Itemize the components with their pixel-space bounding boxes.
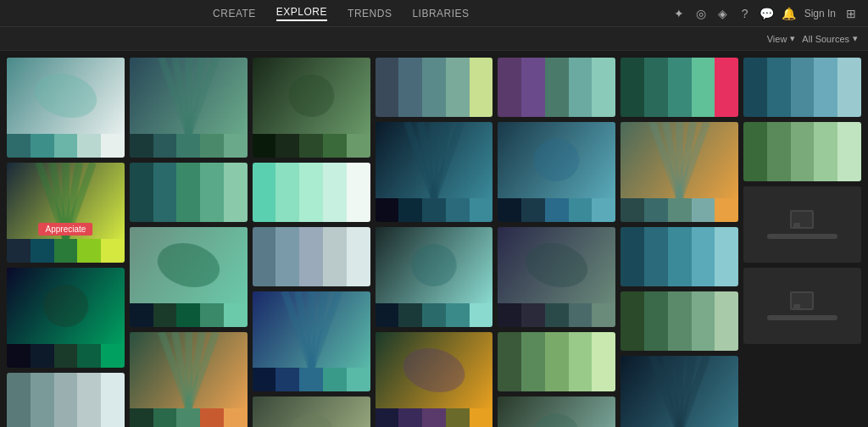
card-23[interactable] <box>498 396 615 427</box>
card-14[interactable] <box>376 58 493 117</box>
card-image <box>253 291 370 368</box>
card-palette <box>7 373 125 427</box>
card-palette <box>253 134 370 158</box>
card-palette <box>130 163 248 222</box>
help-icon[interactable]: ? <box>738 7 752 20</box>
download-icon[interactable]: ⬇ <box>68 169 88 190</box>
card-image <box>376 227 493 303</box>
card-1[interactable] <box>7 58 125 158</box>
card-8[interactable] <box>130 332 248 427</box>
nav-explore[interactable]: EXPLORE <box>276 6 327 21</box>
card-palette <box>7 239 125 263</box>
card-19[interactable] <box>498 58 615 117</box>
card-25[interactable] <box>620 122 738 222</box>
card-9[interactable] <box>253 58 370 158</box>
share-icon[interactable]: ⬆ <box>17 169 37 190</box>
card-image <box>7 58 125 134</box>
card-image <box>620 122 738 198</box>
nav-libraries[interactable]: LIBRARIES <box>412 8 469 19</box>
source-filter[interactable]: All Sources ▾ <box>802 33 858 44</box>
like-icon[interactable]: ♥ <box>42 169 63 190</box>
card-28[interactable] <box>620 356 738 427</box>
card-palette <box>130 134 248 158</box>
card-5[interactable] <box>130 58 248 158</box>
bell-icon[interactable]: 🔔 <box>782 7 796 20</box>
card-image <box>498 122 615 198</box>
card-palette <box>743 58 861 117</box>
card-palette <box>620 227 738 286</box>
nav-trends[interactable]: TRENDS <box>348 8 392 19</box>
chevron-down-icon: ▾ <box>790 33 795 44</box>
card-29[interactable] <box>743 58 861 117</box>
card-26[interactable] <box>620 227 738 286</box>
card-32[interactable] <box>743 268 861 344</box>
header-right: ✦ ◎ ◈ ? 💬 🔔 Sign In ⊞ <box>672 7 858 20</box>
card-4[interactable] <box>7 373 125 427</box>
card-15[interactable] <box>376 122 493 222</box>
card-16[interactable] <box>376 227 493 327</box>
card-image <box>376 332 493 408</box>
palette-icon[interactable]: ◈ <box>716 7 730 20</box>
placeholder-bar <box>767 234 837 239</box>
card-11[interactable] <box>253 227 370 286</box>
card-palette <box>376 408 493 427</box>
comment-icon[interactable]: 💬 <box>760 7 774 20</box>
card-palette <box>130 408 248 427</box>
card-palette <box>498 303 615 327</box>
card-palette <box>253 227 370 286</box>
card-image <box>498 227 615 303</box>
card-palette <box>130 303 248 327</box>
card-image <box>253 58 370 134</box>
explore-grid: ⬆♥⬇⊕Appreciate <box>0 51 868 427</box>
card-24[interactable] <box>620 58 738 117</box>
card-30[interactable] <box>743 122 861 181</box>
card-palette <box>7 134 125 158</box>
view-filter[interactable]: View ▾ <box>767 33 796 44</box>
header-nav: CREATE EXPLORE TRENDS LIBRARIES <box>213 6 470 21</box>
card-palette <box>376 303 493 327</box>
card-22[interactable] <box>498 332 615 391</box>
color-wheel-icon[interactable]: ◎ <box>694 7 708 20</box>
card-2[interactable]: ⬆♥⬇⊕Appreciate <box>7 163 125 263</box>
card-image <box>253 396 370 427</box>
card-image <box>620 356 738 427</box>
grid-icon[interactable]: ⊞ <box>844 7 858 20</box>
header: CREATE EXPLORE TRENDS LIBRARIES ✦ ◎ ◈ ? … <box>0 0 868 27</box>
card-image <box>7 268 125 344</box>
chevron-down-icon-2: ▾ <box>853 33 858 44</box>
nav-create[interactable]: CREATE <box>213 8 256 19</box>
card-palette <box>253 368 370 391</box>
source-label: All Sources <box>802 34 849 44</box>
card-7[interactable] <box>130 227 248 327</box>
card-20[interactable] <box>498 122 615 222</box>
card-12[interactable] <box>253 291 370 391</box>
card-palette <box>620 291 738 351</box>
star-icon[interactable]: ✦ <box>672 7 686 20</box>
card-3[interactable] <box>7 268 125 368</box>
filter-bar: View ▾ All Sources ▾ <box>0 27 868 51</box>
card-palette <box>743 122 861 181</box>
card-10[interactable] <box>253 163 370 222</box>
card-21[interactable] <box>498 227 615 327</box>
card-image <box>130 58 248 134</box>
placeholder-icon <box>790 291 814 310</box>
card-palette <box>253 163 370 222</box>
placeholder-bar <box>767 315 837 320</box>
card-palette <box>498 198 615 222</box>
card-6[interactable] <box>130 163 248 222</box>
card-13[interactable] <box>253 396 370 427</box>
card-palette <box>620 58 738 117</box>
card-17[interactable] <box>376 332 493 427</box>
sign-in-button[interactable]: Sign In <box>804 8 836 19</box>
card-palette <box>498 332 615 391</box>
card-27[interactable] <box>620 291 738 351</box>
card-31[interactable] <box>743 186 861 263</box>
view-label: View <box>767 34 787 44</box>
placeholder-icon <box>790 210 814 229</box>
card-palette <box>7 344 125 368</box>
card-palette <box>376 198 493 222</box>
appreciate-badge: Appreciate <box>39 223 93 236</box>
add-icon[interactable]: ⊕ <box>93 169 114 190</box>
card-palette <box>620 198 738 222</box>
card-image <box>498 396 615 427</box>
